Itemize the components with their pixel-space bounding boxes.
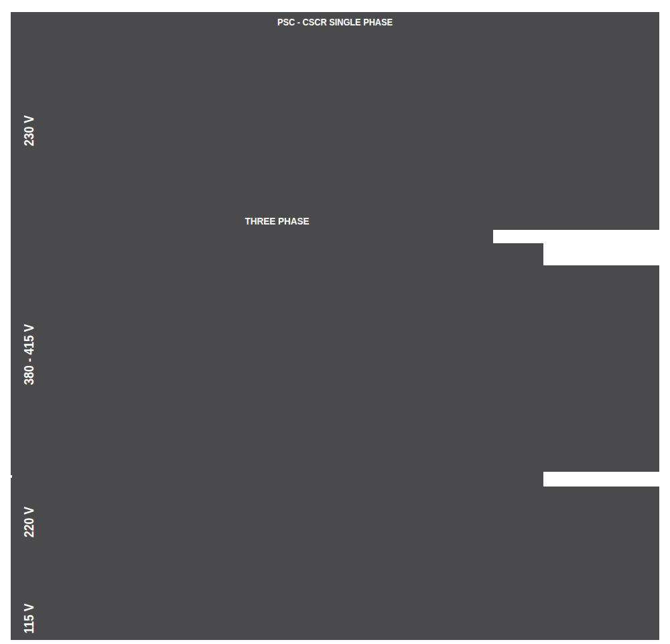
voltage-label-220v: 220 V bbox=[22, 507, 36, 537]
voltage-region-shape bbox=[11, 12, 659, 640]
voltage-label-380-415v: 380 - 415 V bbox=[22, 324, 36, 385]
voltage-label-230v: 230 V bbox=[22, 115, 36, 146]
single-phase-title: PSC - CSCR SINGLE PHASE bbox=[60, 17, 611, 27]
voltage-range-figure: PSC - CSCR SINGLE PHASE THREE PHASE 230 … bbox=[0, 0, 670, 644]
voltage-label-115v: 115 V bbox=[22, 603, 36, 633]
section-divider-tick bbox=[10, 475, 12, 478]
three-phase-title: THREE PHASE bbox=[38, 216, 517, 226]
voltage-regions-silhouette bbox=[0, 0, 670, 644]
